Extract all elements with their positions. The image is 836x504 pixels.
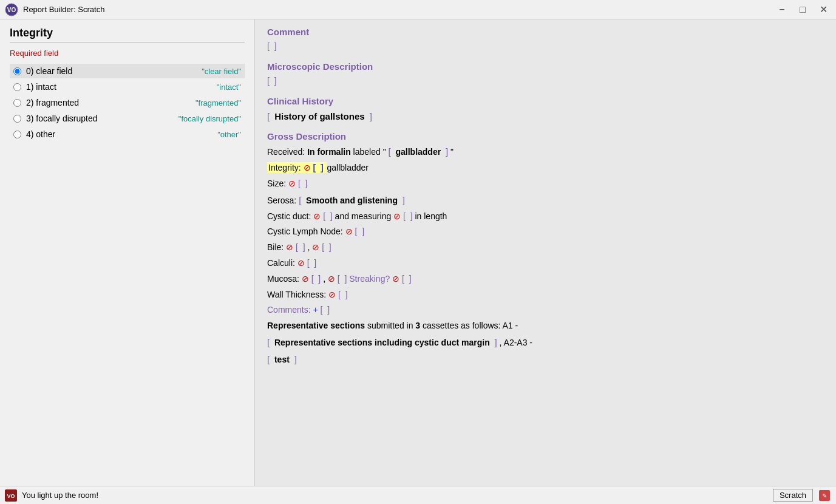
option-row-2[interactable]: 2) fragmented "fragmented"	[10, 95, 245, 110]
bile-bracket-2[interactable]: [ ]	[322, 242, 331, 252]
test-open-bracket: [	[267, 354, 270, 364]
option-radio-3[interactable]	[13, 115, 21, 123]
cystic-duct-label: Cystic duct:	[267, 211, 313, 221]
mucosa-comma: ,	[323, 274, 328, 284]
bile-bracket-1[interactable]: [ ]	[296, 242, 305, 252]
option-label-2: 2) fragmented	[26, 98, 195, 107]
option-value-1: "intact"	[217, 83, 241, 92]
clinical-close-bracket: ]	[370, 111, 372, 121]
received-line: Received: In formalin labeled " [ gallbl…	[267, 144, 824, 160]
option-radio-1[interactable]	[13, 83, 21, 91]
bile-label: Bile:	[267, 242, 286, 252]
wall-thickness-line: Wall Thickness: ⊘ [ ]	[267, 288, 824, 302]
received-labeled: labeled "	[353, 147, 386, 157]
divider	[10, 42, 245, 43]
microscopic-content[interactable]: [ ]	[267, 74, 824, 89]
size-line: Size: ⊘ [ ]	[267, 177, 824, 191]
option-label-3: 3) focally disrupted	[26, 114, 178, 123]
rep-value[interactable]: Representative sections including cystic…	[272, 338, 492, 347]
serosa-open-bracket: [	[299, 195, 301, 205]
gallbladder-close-bracket: ]	[446, 146, 448, 157]
bile-null-1: ⊘	[286, 242, 293, 252]
lymph-bracket[interactable]: [ ]	[355, 226, 365, 236]
comment-content[interactable]: [ ]	[267, 39, 824, 54]
bile-null-2: ⊘	[312, 242, 319, 252]
scratch-button[interactable]: Scratch	[773, 489, 813, 502]
status-message: You light up the room!	[22, 491, 768, 500]
gallbladder-value[interactable]: gallbladder	[393, 147, 443, 157]
window-title: Report Builder: Scratch	[23, 5, 774, 14]
option-label-0: 0) clear field	[26, 66, 202, 76]
integrity-line: Integrity: ⊘ [ ] gallbladder	[267, 161, 824, 175]
comments-line: Comments: + [ ]	[267, 303, 824, 318]
svg-text:VO: VO	[7, 7, 16, 13]
mucosa-null-2: ⊘	[328, 274, 335, 284]
comments-plus-icon[interactable]: +	[313, 305, 318, 315]
panel-title: Integrity	[10, 27, 245, 39]
option-radio-2[interactable]	[13, 99, 21, 107]
close-button[interactable]: ✕	[815, 4, 831, 16]
option-radio-0[interactable]	[13, 67, 21, 75]
received-end-quote: "	[450, 147, 454, 157]
mucosa-bracket-2[interactable]: [ ]	[338, 274, 347, 284]
mucosa-bracket-1[interactable]: [ ]	[311, 274, 321, 284]
integrity-bracket[interactable]: [ ]	[313, 163, 323, 172]
calculi-bracket[interactable]: [ ]	[307, 258, 317, 268]
size-null-icon: ⊘	[288, 179, 296, 188]
calculi-line: Calculi: ⊘ [ ]	[267, 256, 824, 271]
received-value: In formalin	[307, 147, 351, 157]
option-value-2: "fragmented"	[195, 98, 241, 107]
rep-sections-num: 3	[415, 321, 420, 330]
serosa-label: Serosa:	[267, 196, 299, 205]
size-bracket[interactable]: [ ]	[298, 179, 308, 188]
calculi-label: Calculi:	[267, 258, 297, 268]
integrity-highlight: Integrity: ⊘ [ ]	[267, 162, 327, 173]
mucosa-bracket-3[interactable]: [ ]	[402, 274, 412, 284]
wall-null: ⊘	[328, 290, 336, 299]
wall-label: Wall Thickness:	[267, 290, 328, 299]
rep-sections-line-1: Representative sections submitted in 3 c…	[267, 319, 824, 333]
option-row-0[interactable]: 0) clear field "clear field"	[10, 64, 245, 78]
app-logo: VO	[5, 3, 18, 16]
test-value[interactable]: test	[272, 355, 292, 364]
option-row-3[interactable]: 3) focally disrupted "focally disrupted"	[10, 111, 245, 126]
option-row-1[interactable]: 1) intact "intact"	[10, 80, 245, 94]
window-controls: − □ ✕	[774, 4, 831, 16]
required-field-label: Required field	[10, 49, 245, 58]
lymph-node-label: Cystic Lymph Node:	[267, 226, 345, 236]
main-area: Integrity Required field 0) clear field …	[0, 19, 836, 486]
serosa-close-bracket: ]	[403, 195, 405, 205]
comment-bracket[interactable]: [ ]	[267, 41, 277, 51]
mucosa-label: Mucosa:	[267, 274, 302, 284]
comments-bracket[interactable]: [ ]	[321, 305, 330, 315]
cystic-null-2: ⊘	[393, 211, 401, 221]
test-close-bracket: ]	[294, 354, 297, 364]
clinical-value[interactable]: History of gallstones	[272, 111, 367, 121]
clinical-open-bracket: [	[267, 111, 270, 121]
svg-text:✎: ✎	[822, 492, 827, 499]
cystic-suffix: in length	[415, 211, 447, 221]
serosa-value[interactable]: Smooth and glistening	[304, 196, 400, 205]
rep-open-bracket: [	[267, 337, 270, 347]
option-value-3: "focally disrupted"	[178, 114, 241, 123]
minimize-button[interactable]: −	[774, 4, 790, 16]
option-radio-4[interactable]	[13, 131, 21, 138]
maximize-button[interactable]: □	[795, 4, 811, 16]
option-value-4: "other"	[217, 130, 241, 139]
option-row-4[interactable]: 4) other "other"	[10, 127, 245, 141]
wall-bracket[interactable]: [ ]	[338, 290, 348, 299]
cystic-bracket-1[interactable]: [ ]	[323, 211, 333, 221]
cystic-bracket-2[interactable]: [ ]	[403, 211, 413, 221]
bile-line: Bile: ⊘ [ ] , ⊘ [ ]	[267, 240, 824, 255]
rep-sections-line-3: [ test ]	[267, 352, 824, 367]
edit-icon[interactable]: ✎	[818, 489, 831, 502]
clinical-history-content: [ History of gallstones ]	[267, 109, 824, 124]
right-panel: Comment [ ] Microscopic Description [ ] …	[255, 19, 836, 486]
integrity-label: Integrity:	[268, 163, 304, 172]
option-label-4: 4) other	[26, 129, 217, 139]
gross-description-heading: Gross Description	[267, 131, 824, 141]
microscopic-bracket[interactable]: [ ]	[267, 76, 277, 86]
comments-label: Comments:	[267, 305, 313, 315]
comment-heading: Comment	[267, 27, 824, 37]
calculi-null: ⊘	[297, 258, 305, 268]
